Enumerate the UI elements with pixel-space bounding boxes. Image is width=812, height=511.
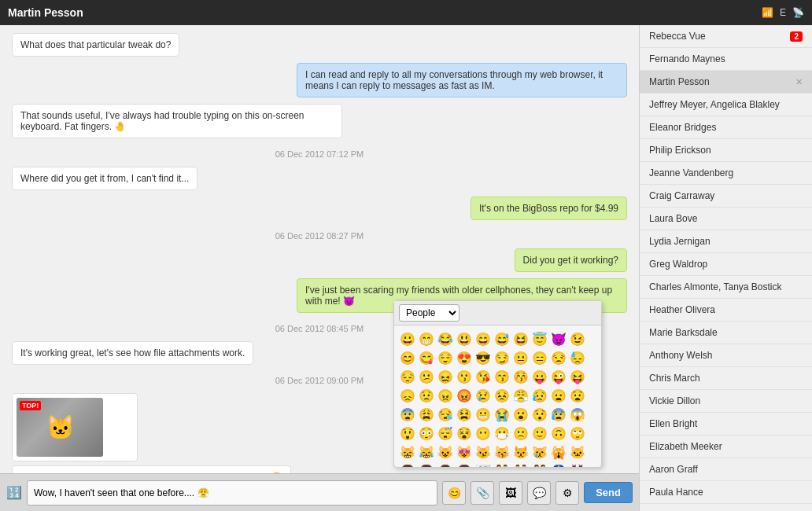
emoji-cell[interactable]: 😃 (456, 330, 473, 347)
emoji-cell[interactable]: 👭 (531, 462, 548, 467)
sidebar-contact[interactable]: Vickie Dillon (640, 390, 812, 413)
emoji-cell[interactable]: 😒 (550, 349, 567, 366)
attachment-button[interactable]: 📎 (471, 481, 494, 505)
sidebar-contact[interactable]: Benjamin Mahone (640, 504, 812, 511)
message-input[interactable] (27, 480, 437, 505)
emoji-cell[interactable]: 🙄 (569, 425, 586, 442)
emoji-cell[interactable]: 😌 (437, 349, 454, 366)
emoji-cell[interactable]: 😆 (512, 330, 530, 347)
sidebar-contact[interactable]: Craig Carraway (640, 185, 812, 208)
send-button[interactable]: Send (584, 482, 633, 503)
sidebar-contact[interactable]: Rebecca Vue2 (640, 25, 812, 48)
emoji-cell[interactable]: 👨 (437, 462, 454, 467)
emoji-cell[interactable]: 😙 (493, 368, 511, 385)
emoji-cell[interactable]: 😭 (493, 406, 511, 423)
sidebar-contact[interactable]: Heather Olivera (640, 299, 812, 322)
emoji-cell[interactable]: 😜 (550, 368, 567, 385)
emoji-cell[interactable]: 😖 (437, 368, 454, 385)
emoji-cell[interactable]: 👮 (550, 462, 567, 467)
emoji-cell[interactable]: 😲 (399, 425, 416, 442)
sidebar-contact[interactable]: Chris March (640, 367, 812, 390)
emoji-cell[interactable]: 😛 (531, 368, 548, 385)
emoji-cell[interactable]: 😔 (399, 368, 416, 385)
emoji-cell[interactable]: 😪 (437, 406, 454, 423)
sidebar-contact[interactable]: Philip Erickson (640, 139, 812, 162)
emoji-cell[interactable]: 😀 (399, 330, 416, 347)
emoji-cell[interactable]: 😹 (418, 443, 435, 461)
emoji-cell[interactable]: 😗 (456, 368, 473, 385)
emoji-cell[interactable]: 😾 (512, 443, 530, 461)
emoji-cell[interactable]: 🙂 (531, 425, 548, 442)
emoji-cell[interactable]: 😋 (418, 349, 435, 366)
image-button[interactable]: 🖼 (499, 481, 522, 505)
emoji-cell[interactable]: 👩 (456, 462, 473, 467)
emoji-cell[interactable]: 😵 (456, 425, 473, 442)
emoji-cell[interactable]: 😶 (474, 425, 492, 442)
emoji-cell[interactable]: 😈 (550, 330, 567, 347)
emoji-cell[interactable]: 😯 (531, 406, 548, 423)
emoji-cell[interactable]: 😡 (456, 387, 473, 404)
emoji-cell[interactable]: 😬 (474, 406, 492, 423)
emoji-cell[interactable]: 😻 (456, 443, 473, 461)
sidebar-contact[interactable]: Ellen Bright (640, 413, 812, 436)
sidebar-contact[interactable]: Martin Pesson✕ (640, 71, 812, 94)
emoji-cell[interactable]: 😂 (437, 330, 454, 347)
emoji-cell[interactable]: 😉 (569, 330, 586, 347)
emoji-cell[interactable]: 😿 (531, 443, 548, 461)
emoji-button[interactable]: 😊 (442, 481, 466, 505)
emoji-cell[interactable]: 😣 (493, 387, 511, 404)
emoji-cell[interactable]: 😏 (493, 349, 511, 366)
emoji-cell[interactable]: 👧 (418, 462, 435, 467)
emoji-cell[interactable]: 😠 (437, 387, 454, 404)
sidebar-contact[interactable]: Anthony Welsh (640, 344, 812, 367)
emoji-cell[interactable]: 😱 (569, 406, 586, 423)
emoji-cell[interactable]: 😰 (550, 406, 567, 423)
emoji-cell[interactable]: 👦 (399, 462, 416, 467)
emoji-cell[interactable]: 👯 (569, 462, 586, 467)
emoji-cell[interactable]: 😸 (399, 443, 416, 461)
emoji-cell[interactable]: 😴 (437, 425, 454, 442)
emoji-cell[interactable]: 🙃 (550, 425, 567, 442)
emoji-cell[interactable]: 😳 (418, 425, 435, 442)
emoji-cell[interactable]: 😓 (569, 349, 586, 366)
emoji-cell[interactable]: 😷 (493, 425, 511, 442)
emoji-cell[interactable]: 😄 (474, 330, 492, 347)
emoji-cell[interactable]: 😅 (493, 330, 511, 347)
emoji-cell[interactable]: 😑 (531, 349, 548, 366)
sidebar-contact[interactable]: Aaron Graff (640, 458, 812, 481)
sidebar-contact[interactable]: Marie Barksdale (640, 322, 812, 344)
emoji-cell[interactable]: 🙀 (550, 443, 567, 461)
sidebar-contact[interactable]: Eleanor Bridges (640, 116, 812, 139)
emoji-cell[interactable]: 😍 (456, 349, 473, 366)
emoji-cell[interactable]: 🙁 (512, 425, 530, 442)
emoji-cell[interactable]: 😥 (531, 387, 548, 404)
emoji-cell[interactable]: 😟 (418, 387, 435, 404)
emoji-cell[interactable]: 😇 (531, 330, 548, 347)
sidebar-contact[interactable]: Elizabeth Meeker (640, 436, 812, 458)
sidebar-contact[interactable]: Greg Waldrop (640, 253, 812, 276)
sidebar-contact[interactable]: Laura Bove (640, 208, 812, 230)
chat-bubble-button[interactable]: 💬 (527, 481, 551, 505)
emoji-cell[interactable]: 😐 (512, 349, 530, 366)
emoji-cell[interactable]: 😫 (456, 406, 473, 423)
sidebar-contact[interactable]: Jeanne Vandenberg (640, 162, 812, 185)
sidebar-contact[interactable]: Fernando Maynes (640, 48, 812, 71)
emoji-cell[interactable]: 😤 (512, 387, 530, 404)
emoji-cell[interactable]: 😘 (474, 368, 492, 385)
sidebar-contact[interactable]: Paula Hance (640, 481, 812, 504)
emoji-cell[interactable]: 😁 (418, 330, 435, 347)
emoji-cell[interactable]: 😽 (493, 443, 511, 461)
emoji-cell[interactable]: 😼 (474, 443, 492, 461)
close-contact-icon[interactable]: ✕ (795, 77, 803, 87)
sidebar-contact[interactable]: Jeffrey Meyer, Angelica Blakley (640, 94, 812, 116)
emoji-cell[interactable]: 😚 (512, 368, 530, 385)
emoji-category-select[interactable]: People Nature Objects Places Symbols (399, 304, 460, 322)
emoji-cell[interactable]: 😮 (512, 406, 530, 423)
emoji-cell[interactable]: 👫 (493, 462, 511, 467)
emoji-cell[interactable]: 😨 (399, 406, 416, 423)
emoji-cell[interactable]: 😊 (399, 349, 416, 366)
emoji-cell[interactable]: 😧 (569, 387, 586, 404)
emoji-cell[interactable]: 😢 (474, 387, 492, 404)
emoji-cell[interactable]: 😦 (550, 387, 567, 404)
sidebar-contact[interactable]: Charles Almonte, Tanya Bostick (640, 276, 812, 299)
